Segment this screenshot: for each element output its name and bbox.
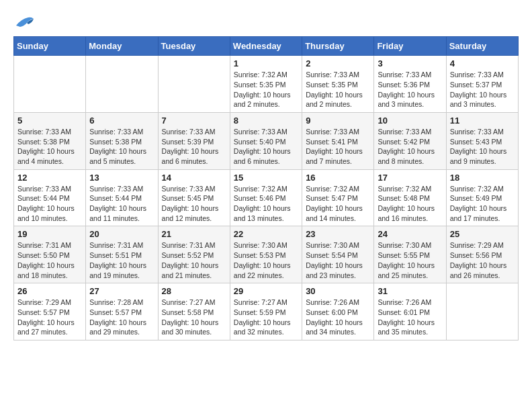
calendar-cell: 20Sunrise: 7:31 AMSunset: 5:51 PMDayligh… [86, 226, 158, 283]
day-of-week-header: Thursday [302, 37, 374, 56]
calendar-cell: 1Sunrise: 7:32 AMSunset: 5:35 PMDaylight… [230, 56, 302, 113]
day-number: 9 [306, 116, 370, 126]
day-info: Sunrise: 7:32 AMSunset: 5:49 PMDaylight:… [450, 184, 515, 224]
day-of-week-header: Tuesday [158, 37, 230, 56]
day-info: Sunrise: 7:27 AMSunset: 5:59 PMDaylight:… [234, 298, 298, 337]
day-info: Sunrise: 7:29 AMSunset: 5:57 PMDaylight:… [17, 298, 82, 337]
day-info: Sunrise: 7:33 AMSunset: 5:42 PMDaylight:… [378, 127, 442, 167]
logo [13, 13, 35, 30]
calendar-cell: 19Sunrise: 7:31 AMSunset: 5:50 PMDayligh… [14, 226, 86, 283]
day-number: 18 [450, 173, 515, 183]
day-info: Sunrise: 7:26 AMSunset: 6:01 PMDaylight:… [378, 298, 442, 337]
day-number: 12 [17, 173, 82, 183]
day-info: Sunrise: 7:31 AMSunset: 5:52 PMDaylight:… [162, 240, 226, 280]
day-number: 25 [450, 229, 515, 239]
day-number: 24 [378, 229, 442, 239]
day-info: Sunrise: 7:30 AMSunset: 5:54 PMDaylight:… [306, 240, 370, 280]
calendar-cell: 16Sunrise: 7:32 AMSunset: 5:47 PMDayligh… [302, 169, 374, 226]
day-number: 11 [450, 116, 515, 126]
day-of-week-header: Sunday [14, 37, 86, 56]
calendar-cell: 12Sunrise: 7:33 AMSunset: 5:44 PMDayligh… [14, 169, 86, 226]
calendar-cell: 26Sunrise: 7:29 AMSunset: 5:57 PMDayligh… [14, 283, 86, 340]
day-info: Sunrise: 7:33 AMSunset: 5:37 PMDaylight:… [450, 70, 515, 109]
calendar-cell [158, 56, 230, 113]
day-number: 10 [378, 116, 442, 126]
day-of-week-header: Wednesday [230, 37, 302, 56]
calendar-cell: 7Sunrise: 7:33 AMSunset: 5:39 PMDaylight… [158, 112, 230, 169]
day-info: Sunrise: 7:30 AMSunset: 5:53 PMDaylight:… [234, 240, 298, 280]
calendar-cell: 10Sunrise: 7:33 AMSunset: 5:42 PMDayligh… [374, 112, 446, 169]
day-info: Sunrise: 7:33 AMSunset: 5:40 PMDaylight:… [234, 127, 298, 167]
day-number: 27 [89, 286, 154, 296]
calendar-cell: 22Sunrise: 7:30 AMSunset: 5:53 PMDayligh… [230, 226, 302, 283]
day-info: Sunrise: 7:33 AMSunset: 5:35 PMDaylight:… [306, 70, 370, 109]
calendar-cell: 13Sunrise: 7:33 AMSunset: 5:44 PMDayligh… [86, 169, 158, 226]
day-of-week-header: Friday [374, 37, 446, 56]
day-number: 8 [234, 116, 298, 126]
day-info: Sunrise: 7:33 AMSunset: 5:39 PMDaylight:… [162, 127, 226, 167]
day-number: 17 [378, 173, 442, 183]
calendar-cell: 18Sunrise: 7:32 AMSunset: 5:49 PMDayligh… [446, 169, 518, 226]
day-info: Sunrise: 7:30 AMSunset: 5:55 PMDaylight:… [378, 240, 442, 280]
day-number: 20 [89, 229, 154, 239]
day-number: 1 [234, 58, 298, 68]
calendar-cell: 9Sunrise: 7:33 AMSunset: 5:41 PMDaylight… [302, 112, 374, 169]
day-info: Sunrise: 7:32 AMSunset: 5:35 PMDaylight:… [234, 70, 298, 109]
day-number: 21 [162, 229, 226, 239]
day-number: 26 [17, 286, 82, 296]
calendar-cell: 30Sunrise: 7:26 AMSunset: 6:00 PMDayligh… [302, 283, 374, 340]
calendar-cell: 23Sunrise: 7:30 AMSunset: 5:54 PMDayligh… [302, 226, 374, 283]
day-number: 31 [378, 286, 442, 296]
day-info: Sunrise: 7:33 AMSunset: 5:36 PMDaylight:… [378, 70, 442, 109]
day-number: 29 [234, 286, 298, 296]
calendar-cell: 25Sunrise: 7:29 AMSunset: 5:56 PMDayligh… [446, 226, 518, 283]
day-of-week-header: Saturday [446, 37, 518, 56]
calendar-cell: 21Sunrise: 7:31 AMSunset: 5:52 PMDayligh… [158, 226, 230, 283]
day-number: 14 [162, 173, 226, 183]
day-number: 16 [306, 173, 370, 183]
day-number: 15 [234, 173, 298, 183]
calendar-cell: 3Sunrise: 7:33 AMSunset: 5:36 PMDaylight… [374, 56, 446, 113]
day-info: Sunrise: 7:26 AMSunset: 6:00 PMDaylight:… [306, 298, 370, 337]
calendar-cell [446, 283, 518, 340]
calendar-cell: 28Sunrise: 7:27 AMSunset: 5:58 PMDayligh… [158, 283, 230, 340]
day-info: Sunrise: 7:31 AMSunset: 5:51 PMDaylight:… [89, 240, 154, 280]
calendar-cell: 5Sunrise: 7:33 AMSunset: 5:38 PMDaylight… [14, 112, 86, 169]
page-header [13, 13, 519, 30]
day-number: 13 [89, 173, 154, 183]
calendar-cell: 15Sunrise: 7:32 AMSunset: 5:46 PMDayligh… [230, 169, 302, 226]
day-number: 6 [89, 116, 154, 126]
logo-bird-icon [15, 13, 35, 30]
day-info: Sunrise: 7:33 AMSunset: 5:44 PMDaylight:… [17, 184, 82, 224]
day-number: 22 [234, 229, 298, 239]
calendar-cell: 31Sunrise: 7:26 AMSunset: 6:01 PMDayligh… [374, 283, 446, 340]
day-info: Sunrise: 7:32 AMSunset: 5:47 PMDaylight:… [306, 184, 370, 224]
calendar-cell: 27Sunrise: 7:28 AMSunset: 5:57 PMDayligh… [86, 283, 158, 340]
calendar-cell: 24Sunrise: 7:30 AMSunset: 5:55 PMDayligh… [374, 226, 446, 283]
calendar-cell: 8Sunrise: 7:33 AMSunset: 5:40 PMDaylight… [230, 112, 302, 169]
day-info: Sunrise: 7:32 AMSunset: 5:46 PMDaylight:… [234, 184, 298, 224]
calendar-cell: 11Sunrise: 7:33 AMSunset: 5:43 PMDayligh… [446, 112, 518, 169]
day-info: Sunrise: 7:33 AMSunset: 5:45 PMDaylight:… [162, 184, 226, 224]
day-number: 30 [306, 286, 370, 296]
calendar-cell [86, 56, 158, 113]
day-number: 7 [162, 116, 226, 126]
day-info: Sunrise: 7:31 AMSunset: 5:50 PMDaylight:… [17, 240, 82, 280]
day-number: 3 [378, 58, 442, 68]
day-number: 23 [306, 229, 370, 239]
day-info: Sunrise: 7:33 AMSunset: 5:38 PMDaylight:… [17, 127, 82, 167]
calendar-cell: 4Sunrise: 7:33 AMSunset: 5:37 PMDaylight… [446, 56, 518, 113]
day-number: 4 [450, 58, 515, 68]
day-number: 5 [17, 116, 82, 126]
day-info: Sunrise: 7:33 AMSunset: 5:38 PMDaylight:… [89, 127, 154, 167]
day-info: Sunrise: 7:32 AMSunset: 5:48 PMDaylight:… [378, 184, 442, 224]
calendar-table: SundayMondayTuesdayWednesdayThursdayFrid… [13, 36, 519, 340]
day-of-week-header: Monday [86, 37, 158, 56]
day-number: 19 [17, 229, 82, 239]
day-info: Sunrise: 7:27 AMSunset: 5:58 PMDaylight:… [162, 298, 226, 337]
day-number: 2 [306, 58, 370, 68]
day-info: Sunrise: 7:29 AMSunset: 5:56 PMDaylight:… [450, 240, 515, 280]
calendar-cell [14, 56, 86, 113]
day-info: Sunrise: 7:33 AMSunset: 5:43 PMDaylight:… [450, 127, 515, 167]
calendar-cell: 29Sunrise: 7:27 AMSunset: 5:59 PMDayligh… [230, 283, 302, 340]
